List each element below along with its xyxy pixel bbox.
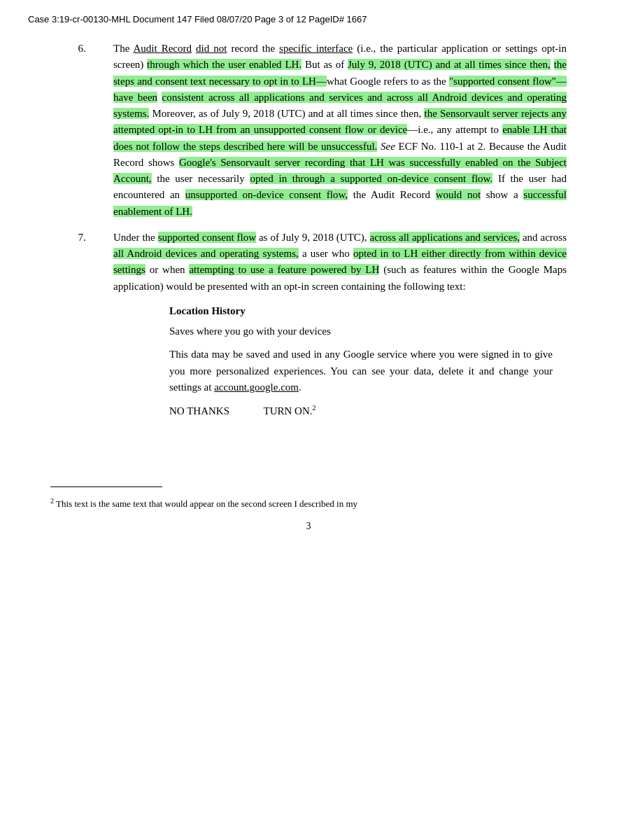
highlight-13: supported consent flow bbox=[158, 232, 256, 243]
highlight-17: attempting to use a feature powered by L… bbox=[189, 264, 379, 275]
footnote-2-content: This text is the same text that would ap… bbox=[56, 499, 357, 510]
did-not-underline: did not bbox=[196, 43, 227, 54]
page-number: 3 bbox=[0, 519, 617, 534]
footnote-2-num: 2 bbox=[50, 497, 54, 505]
para-6-text: The Audit Record did not record the spec… bbox=[113, 41, 567, 220]
footnote-ref-2: 2 bbox=[312, 404, 315, 412]
specific-interface-underline: specific interface bbox=[279, 43, 353, 54]
turn-on-label: TURN ON.2 bbox=[263, 405, 315, 416]
highlight-9: opted in through a supported on-device c… bbox=[250, 173, 492, 184]
highlight-10: unsupported on-device consent flow, bbox=[185, 189, 348, 200]
paragraph-6: 6. The Audit Record did not record the s… bbox=[50, 41, 567, 220]
data-description: This data may be saved and used in any G… bbox=[169, 346, 553, 396]
what-text: what bbox=[327, 76, 347, 87]
saves-line: Saves where you go with your devices bbox=[169, 323, 553, 340]
no-thanks-label: NO THANKS bbox=[169, 405, 229, 416]
highlight-15: all Android devices and operating system… bbox=[113, 248, 299, 259]
highlight-14: across all applications and services, bbox=[370, 232, 520, 243]
header-text: Case 3:19-cr-00130-MHL Document 147 File… bbox=[28, 14, 367, 24]
indented-block: Location History Saves where you go with… bbox=[169, 303, 553, 420]
para-7-text: Under the supported consent flow as of J… bbox=[113, 230, 567, 428]
highlight-1: through which the user enabled LH. bbox=[147, 59, 302, 70]
page-header: Case 3:19-cr-00130-MHL Document 147 File… bbox=[0, 0, 617, 34]
para-7-num: 7. bbox=[50, 230, 113, 428]
footnote-divider bbox=[50, 486, 162, 493]
highlight-11: would not bbox=[436, 189, 481, 200]
paragraph-7: 7. Under the supported consent flow as o… bbox=[50, 230, 567, 428]
no-thanks-turn-on: NO THANKS TURN ON.2 bbox=[169, 402, 553, 419]
highlight-2: July 9, 2018 (UTC) and at all times sinc… bbox=[348, 59, 551, 70]
location-history-title: Location History bbox=[169, 303, 553, 319]
highlight-6: the Sensorvault server rejects any attem… bbox=[113, 108, 567, 135]
google-account-link: account.google.com bbox=[214, 382, 299, 393]
page-content: 6. The Audit Record did not record the s… bbox=[0, 34, 617, 465]
para-6-num: 6. bbox=[50, 41, 113, 220]
audit-record-underline: Audit Record bbox=[134, 43, 192, 54]
footnote-2-text: 2 This text is the same text that would … bbox=[50, 496, 617, 511]
